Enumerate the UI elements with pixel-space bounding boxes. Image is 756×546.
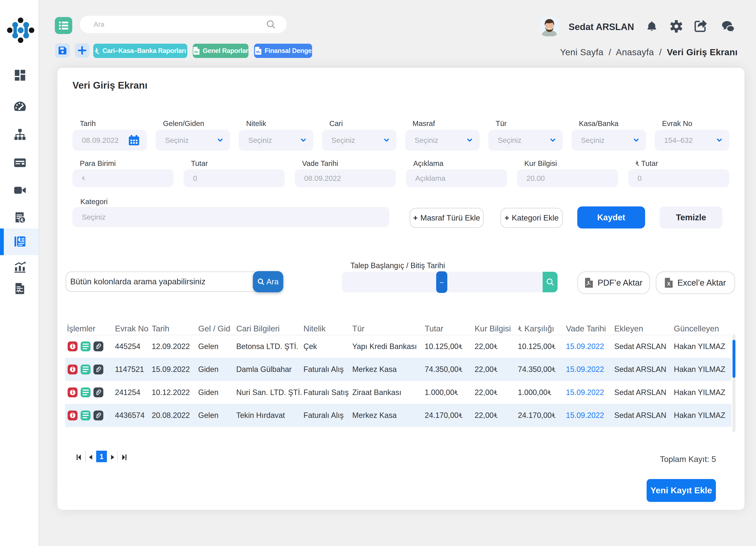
svg-text:X: X — [667, 281, 670, 287]
